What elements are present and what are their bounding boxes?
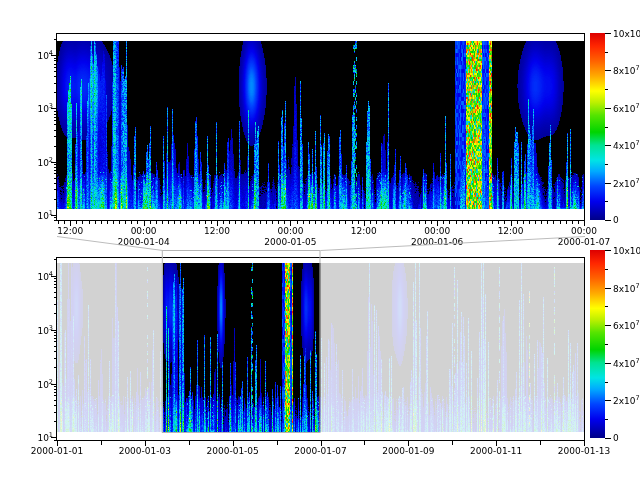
y-minor-tick: [54, 146, 57, 147]
context-colorbar-gradient: [590, 250, 605, 438]
y-minor-tick: [54, 130, 57, 131]
x-minor-tick: [174, 221, 175, 224]
colorbar-tick-label: 4x107: [613, 140, 640, 151]
x-minor-tick: [297, 221, 298, 224]
y-minor-tick: [54, 220, 57, 221]
x-minor-tick: [150, 221, 151, 224]
x-minor-tick: [541, 221, 542, 224]
x-minor-tick: [352, 221, 353, 224]
y-minor-tick: [54, 71, 57, 72]
x-minor-tick: [468, 221, 469, 224]
y-minor-tick: [54, 313, 57, 314]
x-minor-tick: [517, 221, 518, 224]
x-tick-label: 12:00: [342, 226, 386, 236]
x-minor-tick: [162, 221, 163, 224]
x-minor-tick: [199, 221, 200, 224]
colorbar-tick-label: 10x107: [613, 245, 640, 256]
y-tick-label: 101: [27, 210, 53, 221]
colorbar-minor-tick: [605, 344, 608, 345]
x-tick-label: 12:00: [195, 226, 239, 236]
x-minor-tick: [284, 221, 285, 224]
x-minor-tick: [431, 221, 432, 224]
x-minor-tick: [119, 221, 120, 224]
y-minor-tick: [54, 136, 57, 137]
y-minor-tick: [54, 60, 57, 61]
colorbar-major-tick: [605, 400, 611, 401]
x-minor-tick: [333, 221, 334, 224]
y-minor-tick: [54, 405, 57, 406]
y-tick-label: 101: [27, 432, 53, 443]
y-minor-tick: [54, 124, 57, 125]
y-minor-tick: [54, 281, 57, 282]
colorbar-minor-tick: [605, 419, 608, 420]
y-minor-tick: [54, 58, 57, 59]
x-tick-label: 00:00: [562, 226, 606, 236]
y-minor-tick: [54, 367, 57, 368]
x-minor-tick: [425, 221, 426, 224]
colorbar-tick-label: 6x107: [613, 103, 640, 114]
x-minor-tick: [452, 441, 453, 445]
x-minor-tick: [229, 221, 230, 224]
y-minor-tick: [54, 292, 57, 293]
spectrogram-figure: 12:0000:002000-01-0412:0000:002000-01-05…: [0, 0, 640, 480]
x-minor-tick: [137, 221, 138, 224]
x-minor-tick: [272, 221, 273, 224]
x-minor-tick: [547, 221, 548, 224]
y-minor-tick: [54, 83, 57, 84]
x-minor-tick: [315, 221, 316, 224]
y-minor-tick: [54, 120, 57, 121]
y-tick-label: 103: [27, 103, 53, 114]
x-minor-tick: [125, 221, 126, 224]
detail-colorbar-gradient: [590, 33, 605, 220]
colorbar-major-tick: [605, 70, 611, 71]
y-minor-tick: [54, 421, 57, 422]
colorbar-minor-tick: [605, 269, 608, 270]
y-minor-tick: [54, 351, 57, 352]
x-minor-tick: [266, 221, 267, 224]
x-date-label: 2000-01-05: [198, 446, 268, 456]
y-tick-label: 104: [27, 271, 53, 282]
y-minor-tick: [54, 358, 57, 359]
y-minor-tick: [54, 173, 57, 174]
x-minor-tick: [572, 221, 573, 224]
colorbar-tick-label: 0: [613, 215, 619, 225]
x-minor-tick: [370, 221, 371, 224]
x-tick-label: 00:00: [415, 226, 459, 236]
y-minor-tick: [54, 170, 57, 171]
colorbar-major-tick: [605, 325, 611, 326]
colorbar-tick-label: 8x107: [613, 283, 640, 294]
x-tick-label: 12:00: [48, 226, 92, 236]
x-minor-tick: [303, 221, 304, 224]
x-minor-tick: [248, 221, 249, 224]
colorbar-major-tick: [605, 288, 611, 289]
x-minor-tick: [260, 221, 261, 224]
y-tick-label: 104: [27, 50, 53, 61]
x-minor-tick: [462, 221, 463, 224]
x-minor-tick: [107, 221, 108, 224]
y-minor-tick: [54, 341, 57, 342]
x-minor-tick: [407, 221, 408, 224]
x-date-label: 2000-01-05: [255, 237, 325, 247]
x-minor-tick: [211, 221, 212, 224]
x-tick-label: 00:00: [122, 226, 166, 236]
x-minor-tick: [578, 221, 579, 224]
x-minor-tick: [474, 221, 475, 224]
x-minor-tick: [449, 221, 450, 224]
x-minor-tick: [58, 221, 59, 224]
x-tick-label: 12:00: [489, 226, 533, 236]
colorbar-minor-tick: [605, 382, 608, 383]
x-minor-tick: [193, 221, 194, 224]
y-minor-tick: [54, 39, 57, 40]
x-minor-tick: [535, 221, 536, 224]
colorbar-major-tick: [605, 33, 611, 34]
colorbar-major-tick: [605, 145, 611, 146]
y-minor-tick: [54, 287, 57, 288]
y-tick-label: 102: [27, 157, 53, 168]
x-minor-tick: [64, 221, 65, 224]
y-minor-tick: [54, 297, 57, 298]
x-minor-tick: [492, 221, 493, 224]
x-minor-tick: [277, 441, 278, 445]
x-minor-tick: [376, 221, 377, 224]
x-minor-tick: [186, 221, 187, 224]
colorbar-tick-label: 2x107: [613, 178, 640, 189]
